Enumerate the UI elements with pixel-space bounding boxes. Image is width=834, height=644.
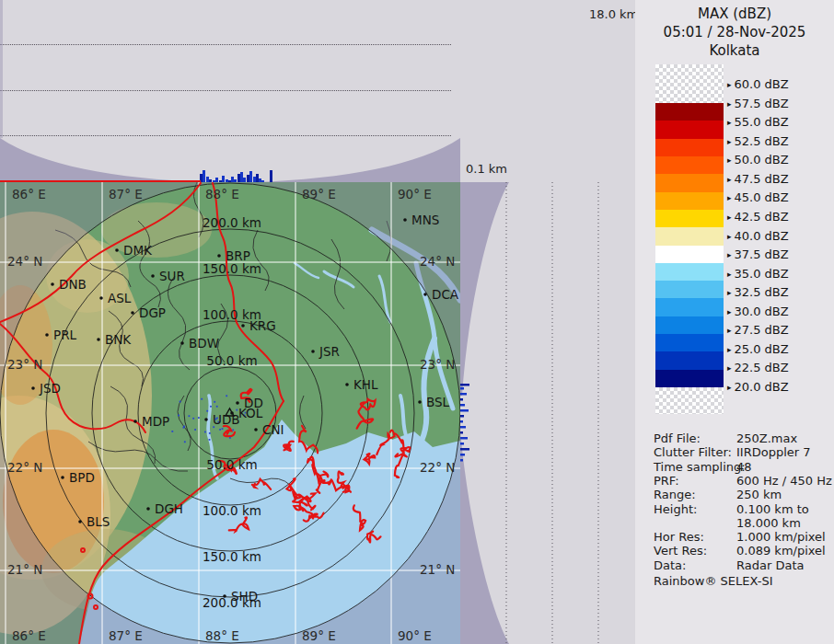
station-label-JSR: JSR bbox=[319, 344, 340, 359]
lon-label: 88° E bbox=[205, 628, 239, 643]
radar-display-window: DMKBRPMNSSURDNBASLDCADGPKRGPRLBNKBDWJSRK… bbox=[0, 0, 834, 644]
dbz-scale-label: ▸57.5 dBZ bbox=[727, 98, 789, 110]
colorbar-band bbox=[655, 174, 724, 192]
colorbar-band bbox=[655, 316, 724, 335]
metadata-value: 600 Hz / 450 Hz bbox=[736, 474, 832, 488]
dbz-scale-label: ▸52.5 dBZ bbox=[727, 135, 789, 148]
lat-label: 24° N bbox=[7, 254, 42, 269]
city-pixel bbox=[209, 439, 211, 441]
lat-label: 22° N bbox=[420, 460, 455, 475]
dbz-scale-label: ▸47.5 dBZ bbox=[727, 173, 789, 186]
city-pixel bbox=[222, 428, 224, 430]
lon-label: 86° E bbox=[12, 628, 46, 643]
scale-tick-arrow: ▸ bbox=[727, 80, 732, 89]
echo-column bbox=[270, 170, 272, 182]
ring-label: 100.0 km bbox=[203, 503, 261, 518]
scale-tick-arrow: ▸ bbox=[727, 250, 732, 259]
lon-label: 86° E bbox=[12, 187, 46, 201]
dbz-scale-label: ▸27.5 dBZ bbox=[727, 324, 789, 337]
station-dot-ASL bbox=[99, 296, 103, 300]
station-label-DMK: DMK bbox=[123, 243, 153, 258]
echo-tick bbox=[460, 437, 468, 440]
lat-label: 22° N bbox=[7, 460, 42, 475]
scale-tick-arrow: ▸ bbox=[727, 193, 732, 202]
echo-tick bbox=[460, 404, 465, 407]
station-label-CNI: CNI bbox=[262, 422, 284, 437]
lon-label: 90° E bbox=[398, 187, 432, 201]
dbz-scale-label: ▸50.0 dBZ bbox=[727, 154, 789, 167]
lon-label: 87° E bbox=[109, 187, 143, 201]
metadata-label: Height: bbox=[654, 502, 697, 516]
station-dot-KHL bbox=[345, 383, 349, 386]
lon-label: 90° E bbox=[398, 628, 432, 643]
station-dot-BPD bbox=[61, 476, 64, 479]
metadata-label: Range: bbox=[654, 488, 696, 501]
colorbar-band bbox=[655, 103, 724, 121]
ring-label: 50.0 km bbox=[206, 457, 257, 472]
metadata-value: 1.000 km/pixel bbox=[736, 530, 826, 544]
radar-map: DMKBRPMNSSURDNBASLDCADGPKRGPRLBNKBDWJSRK… bbox=[0, 182, 460, 644]
dbz-scale-label: ▸22.5 dBZ bbox=[727, 362, 789, 374]
lat-label: 23° N bbox=[7, 357, 42, 372]
city-pixel bbox=[178, 415, 180, 417]
dbz-scale-label: ▸20.0 dBZ bbox=[727, 381, 789, 394]
scale-tick-arrow: ▸ bbox=[727, 118, 732, 127]
ring-label: 200.0 km bbox=[203, 215, 261, 230]
height-gridline bbox=[0, 135, 451, 136]
city-pixel bbox=[210, 406, 212, 408]
dbz-colorbar bbox=[655, 64, 724, 414]
echo-tick bbox=[460, 431, 463, 434]
colorbar-band bbox=[655, 263, 724, 282]
metadata-value: 0.100 km to bbox=[736, 502, 809, 516]
metadata-value: Radar Data bbox=[736, 558, 804, 572]
station-dot-MDP bbox=[133, 420, 137, 423]
metadata-label: Pdf File: bbox=[654, 431, 701, 445]
city-pixel bbox=[226, 395, 227, 397]
scale-tick-arrow: ▸ bbox=[727, 270, 732, 279]
scan-datetime: 05:01 / 28-Nov-2025 bbox=[635, 24, 834, 40]
ring-label: 150.0 km bbox=[203, 549, 261, 564]
metadata-value: 18.000 km bbox=[736, 516, 801, 530]
colorbar-under-range bbox=[655, 387, 724, 414]
scale-tick-arrow: ▸ bbox=[727, 383, 732, 392]
metadata-value: IIRDoppler 7 bbox=[736, 445, 811, 459]
station-dot-DD bbox=[236, 401, 239, 405]
station-dot-BRP bbox=[217, 254, 221, 258]
lon-label: 87° E bbox=[109, 628, 143, 643]
echo-tick bbox=[460, 459, 463, 462]
station-label-DGP: DGP bbox=[139, 305, 166, 320]
scale-tick-arrow: ▸ bbox=[727, 99, 732, 109]
station-label-BPD: BPD bbox=[69, 470, 95, 485]
colorbar-band bbox=[655, 281, 724, 299]
echo-tick bbox=[460, 443, 464, 445]
station-label-PRL: PRL bbox=[53, 328, 77, 342]
station-dot-DNB bbox=[51, 282, 54, 286]
scale-tick-arrow: ▸ bbox=[727, 288, 732, 297]
station-label-BDW: BDW bbox=[189, 336, 219, 351]
dbz-scale-label: ▸40.0 dBZ bbox=[727, 230, 789, 243]
station-label-KHL: KHL bbox=[353, 377, 378, 392]
station-label-MNS: MNS bbox=[411, 213, 439, 227]
echo-tick bbox=[460, 454, 465, 456]
colorbar-band bbox=[655, 351, 724, 370]
product-title: MAX (dBZ) bbox=[635, 6, 834, 22]
colorbar-band bbox=[655, 139, 724, 157]
station-dot-BSL bbox=[418, 400, 422, 404]
height-gridline bbox=[0, 90, 451, 91]
city-pixel bbox=[171, 431, 173, 432]
lat-label: 21° N bbox=[420, 562, 455, 577]
metadata-label: Data: bbox=[654, 558, 686, 572]
radar-station-name: Kolkata bbox=[635, 42, 834, 59]
station-label-BSL: BSL bbox=[426, 395, 450, 409]
lat-label: 21° N bbox=[7, 562, 42, 577]
height-axis-min-label: 0.1 km bbox=[466, 162, 507, 176]
dbz-scale-label: ▸45.0 dBZ bbox=[727, 191, 789, 204]
metadata-label: Clutter Filter: bbox=[654, 445, 732, 459]
colorbar-band bbox=[655, 121, 724, 139]
station-dot-SUR bbox=[151, 274, 155, 278]
echo-tick bbox=[460, 384, 469, 386]
lon-label: 89° E bbox=[302, 187, 336, 201]
metadata-label: PRF: bbox=[654, 474, 679, 488]
station-dot-DGP bbox=[131, 311, 134, 315]
dbz-scale-label: ▸37.5 dBZ bbox=[727, 248, 789, 261]
